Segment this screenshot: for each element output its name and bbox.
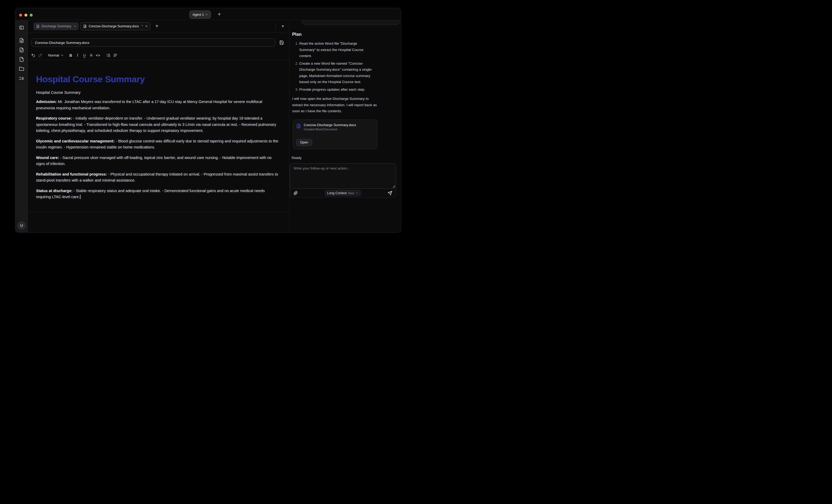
bold-button[interactable]: B (67, 52, 74, 59)
agent-tab-label: Agent 1 (192, 13, 204, 17)
add-agent-button[interactable]: + (216, 10, 223, 18)
document-heading: Hospital Course Summary (36, 74, 279, 84)
undo-icon[interactable] (30, 52, 36, 59)
document-tabstrip: Discharge Summary × Concise-Discharge Su… (28, 20, 289, 32)
close-editor-button[interactable]: × (282, 24, 284, 29)
status-text: Ready (292, 156, 401, 160)
composer-toolbar: Long Context Beta (290, 189, 396, 198)
document-body: Admission: Mr. Jonathan Meyers was trans… (36, 99, 279, 200)
paragraph-label: Rehabilitation and functional progress: (36, 172, 107, 176)
main-content: U Discharge Summary × Concise-Discharge … (15, 20, 401, 232)
tab-close-icon[interactable]: × (146, 24, 148, 28)
resize-grip[interactable] (392, 185, 395, 188)
document-paragraph: Admission: Mr. Jonathan Meyers was trans… (36, 99, 279, 111)
chevron-down-icon (356, 192, 358, 194)
document-paragraph: Wound care: - Sacral pressure ulcer mana… (36, 155, 279, 167)
tab-label: Concise-Discharge Summary.docx (88, 24, 139, 28)
context-mode-value: Long Context (327, 191, 346, 195)
paragraph-label: Glycemic and cardiovascular management: (36, 139, 115, 143)
attachment-icon[interactable] (293, 191, 298, 195)
plan-step: Create a new Word file named "Concise-Di… (299, 60, 374, 85)
paragraph-label: Admission: (36, 100, 57, 104)
user-avatar[interactable]: U (17, 221, 26, 230)
open-file-button[interactable]: Open (296, 139, 312, 146)
paragraph-style-select[interactable]: Normal (48, 53, 63, 57)
file-card-filename: Concise-Discharge Summary.docx (304, 123, 356, 127)
paragraph-label: Status at discharge: (36, 189, 73, 193)
agent-tab-close-icon[interactable]: × (206, 13, 208, 16)
send-icon[interactable] (388, 191, 392, 196)
close-window-button[interactable] (19, 14, 22, 17)
app-window: Agent 1 × + U (15, 8, 401, 232)
assistant-conversation: Plan Read the active Word file "Discharg… (289, 32, 401, 149)
text-caret (80, 195, 80, 199)
italic-button[interactable]: I (74, 52, 81, 59)
document-canvas[interactable]: Hospital Course Summary Hospital Course … (28, 60, 289, 212)
plan-step: Read the active Word file "Discharge Sum… (299, 40, 374, 59)
left-rail: U (15, 20, 28, 232)
tab-close-icon[interactable]: × (74, 24, 76, 28)
paragraph-text: Mr. Jonathan Meyers was transferred to t… (36, 100, 262, 110)
file-card-text: Concise-Discharge Summary.docx Created W… (304, 123, 356, 131)
plan-step-list: Read the active Word file "Discharge Sum… (292, 40, 374, 92)
assistant-panel: Plan Read the active Word file "Discharg… (289, 20, 401, 232)
followup-input[interactable] (290, 163, 396, 189)
panel-toggle-icon[interactable] (19, 25, 24, 30)
tabstrip-divider (275, 23, 276, 30)
underline-button[interactable]: U (81, 52, 88, 59)
document-blank-icon[interactable] (19, 57, 24, 62)
previous-message-bubble (302, 20, 399, 25)
add-document-tab-button[interactable]: + (155, 23, 159, 29)
agent-tab[interactable]: Agent 1 × (189, 10, 211, 19)
document-paragraph: Status at discharge: - Stable respirator… (36, 188, 279, 200)
editor-pane: Discharge Summary × Concise-Discharge Su… (28, 20, 289, 232)
task-checklist-icon[interactable] (19, 76, 24, 81)
plan-heading: Plan (292, 32, 399, 37)
document-paragraph: Rehabilitation and functional progress: … (36, 171, 279, 184)
rail-divider (18, 87, 26, 87)
composer: Long Context Beta (290, 163, 396, 198)
file-icon (83, 24, 87, 28)
save-icon[interactable] (279, 40, 284, 45)
file-icon (36, 24, 40, 28)
filename-row (28, 32, 289, 51)
tab-concise-discharge-summary[interactable]: Concise-Discharge Summary.docx * × (80, 22, 150, 30)
assistant-message: I will now open the active Discharge Sum… (292, 96, 378, 114)
zoom-window-button[interactable] (30, 14, 33, 17)
editor-footer (28, 212, 289, 232)
paragraph-text: - Sacral pressure ulcer managed with off… (36, 156, 271, 166)
document-data-icon[interactable] (19, 47, 24, 53)
bullet-list-icon[interactable] (105, 52, 112, 59)
minimize-window-button[interactable] (24, 14, 27, 17)
desktop: { "colors": { "accent_heading_blue": "#2… (0, 0, 416, 252)
document-paragraph: Respiratory course: - Initially ventilat… (36, 115, 279, 134)
formatting-toolbar: Normal B I U S <> (28, 51, 289, 60)
document-paragraph: Glycemic and cardiovascular management: … (36, 138, 279, 150)
paragraph-label: Respiratory course: (36, 116, 72, 120)
strikethrough-button[interactable]: S (88, 52, 95, 59)
align-text-icon[interactable] (112, 52, 119, 59)
document-text-icon[interactable] (19, 38, 24, 43)
beta-badge: Beta (348, 192, 354, 195)
file-card-subtitle: Created Word Document (304, 128, 356, 131)
tab-label: Discharge Summary (42, 24, 71, 28)
folder-icon[interactable] (19, 66, 24, 72)
titlebar: Agent 1 × + (15, 8, 401, 20)
composer-input-wrap (290, 163, 396, 189)
filename-input[interactable] (31, 38, 275, 47)
paragraph-style-value: Normal (48, 53, 59, 57)
paragraph-label: Wound care: (36, 156, 59, 160)
created-file-card: Concise-Discharge Summary.docx Created W… (293, 119, 378, 149)
tab-discharge-summary[interactable]: Discharge Summary × (33, 22, 79, 30)
paragraph-text: - Initially ventilator-dependent on tran… (36, 116, 276, 133)
document-subtitle-line: Hospital Course Summary (36, 90, 279, 94)
word-document-icon (296, 123, 301, 129)
chevron-down-icon (61, 54, 63, 57)
plan-step: Provide progress updates after each step… (299, 86, 374, 93)
file-card-header: Concise-Discharge Summary.docx Created W… (296, 123, 374, 131)
traffic-lights (19, 14, 33, 17)
redo-icon[interactable] (36, 52, 43, 59)
code-button[interactable]: <> (95, 52, 102, 59)
context-mode-select[interactable]: Long Context Beta (324, 190, 361, 197)
unsaved-changes-indicator: * (141, 24, 143, 28)
